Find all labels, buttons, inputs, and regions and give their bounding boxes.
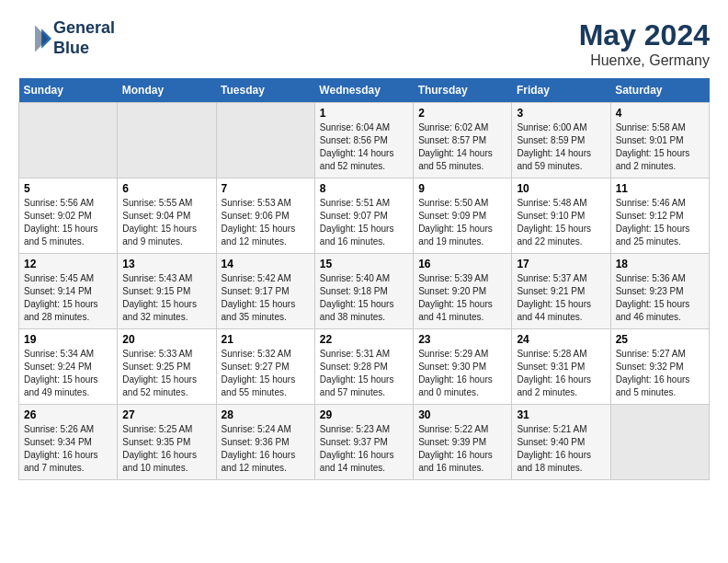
calendar-cell: 11Sunrise: 5:46 AMSunset: 9:12 PMDayligh… [610, 178, 709, 254]
day-number: 17 [517, 258, 605, 270]
weekday-header-saturday: Saturday [610, 78, 709, 103]
calendar-cell: 5Sunrise: 5:56 AMSunset: 9:02 PMDaylight… [19, 178, 118, 254]
calendar-cell: 29Sunrise: 5:23 AMSunset: 9:37 PMDayligh… [314, 405, 413, 480]
weekday-header-sunday: Sunday [19, 78, 118, 103]
calendar-cell: 8Sunrise: 5:51 AMSunset: 9:07 PMDaylight… [314, 178, 413, 254]
header: General Blue May 2024 Huenxe, Germany [18, 18, 710, 69]
weekday-header-tuesday: Tuesday [216, 78, 314, 103]
calendar-cell: 19Sunrise: 5:34 AMSunset: 9:24 PMDayligh… [19, 329, 118, 405]
day-info: Sunrise: 6:00 AMSunset: 8:59 PMDaylight:… [517, 121, 605, 173]
calendar-cell [19, 103, 118, 178]
location: Huenxe, Germany [579, 52, 710, 69]
weekday-header-friday: Friday [512, 78, 610, 103]
calendar-cell: 3Sunrise: 6:00 AMSunset: 8:59 PMDaylight… [512, 103, 610, 178]
day-number: 26 [24, 408, 112, 421]
day-info: Sunrise: 5:29 AMSunset: 9:30 PMDaylight:… [418, 348, 506, 399]
day-number: 20 [122, 333, 210, 346]
day-info: Sunrise: 6:04 AMSunset: 8:56 PMDaylight:… [320, 121, 408, 173]
day-number: 14 [222, 258, 310, 270]
logo-line2: Blue [53, 39, 115, 59]
day-info: Sunrise: 5:32 AMSunset: 9:27 PMDaylight:… [222, 348, 310, 399]
day-number: 25 [616, 333, 704, 346]
day-info: Sunrise: 5:53 AMSunset: 9:06 PMDaylight:… [222, 197, 310, 248]
day-info: Sunrise: 5:33 AMSunset: 9:25 PMDaylight:… [122, 348, 210, 399]
day-number: 9 [418, 182, 506, 195]
day-info: Sunrise: 5:24 AMSunset: 9:36 PMDaylight:… [222, 423, 310, 475]
day-number: 19 [24, 333, 112, 346]
day-info: Sunrise: 5:31 AMSunset: 9:28 PMDaylight:… [320, 348, 408, 399]
logo-icon [18, 22, 51, 55]
week-row-2: 5Sunrise: 5:56 AMSunset: 9:02 PMDaylight… [19, 178, 710, 254]
day-info: Sunrise: 5:48 AMSunset: 9:10 PMDaylight:… [517, 197, 605, 248]
day-info: Sunrise: 5:42 AMSunset: 9:17 PMDaylight:… [222, 272, 310, 324]
calendar-cell: 1Sunrise: 6:04 AMSunset: 8:56 PMDaylight… [314, 103, 413, 178]
calendar-cell: 15Sunrise: 5:40 AMSunset: 9:18 PMDayligh… [314, 254, 413, 329]
calendar-cell: 31Sunrise: 5:21 AMSunset: 9:40 PMDayligh… [512, 405, 610, 480]
day-number: 4 [616, 107, 704, 120]
day-number: 30 [418, 408, 506, 421]
day-info: Sunrise: 5:55 AMSunset: 9:04 PMDaylight:… [122, 197, 210, 248]
calendar-cell: 12Sunrise: 5:45 AMSunset: 9:14 PMDayligh… [19, 254, 118, 329]
calendar-cell: 20Sunrise: 5:33 AMSunset: 9:25 PMDayligh… [118, 329, 216, 405]
logo: General Blue [18, 18, 115, 58]
calendar-cell: 18Sunrise: 5:36 AMSunset: 9:23 PMDayligh… [610, 254, 709, 329]
calendar-cell: 17Sunrise: 5:37 AMSunset: 9:21 PMDayligh… [512, 254, 610, 329]
month-year: May 2024 [579, 18, 710, 52]
calendar-cell: 28Sunrise: 5:24 AMSunset: 9:36 PMDayligh… [216, 405, 314, 480]
day-info: Sunrise: 5:37 AMSunset: 9:21 PMDaylight:… [517, 272, 605, 324]
day-info: Sunrise: 5:23 AMSunset: 9:37 PMDaylight:… [320, 423, 408, 475]
day-info: Sunrise: 5:26 AMSunset: 9:34 PMDaylight:… [24, 423, 112, 475]
calendar-table: SundayMondayTuesdayWednesdayThursdayFrid… [18, 78, 710, 480]
day-info: Sunrise: 5:36 AMSunset: 9:23 PMDaylight:… [616, 272, 704, 324]
week-row-3: 12Sunrise: 5:45 AMSunset: 9:14 PMDayligh… [19, 254, 710, 329]
calendar-cell [610, 405, 709, 480]
day-number: 16 [418, 258, 506, 270]
day-number: 22 [320, 333, 408, 346]
day-info: Sunrise: 5:46 AMSunset: 9:12 PMDaylight:… [616, 197, 704, 248]
day-number: 11 [616, 182, 704, 195]
day-info: Sunrise: 5:21 AMSunset: 9:40 PMDaylight:… [517, 423, 605, 475]
calendar-cell: 27Sunrise: 5:25 AMSunset: 9:35 PMDayligh… [118, 405, 216, 480]
day-number: 13 [122, 258, 210, 270]
day-info: Sunrise: 5:27 AMSunset: 9:32 PMDaylight:… [616, 348, 704, 399]
day-info: Sunrise: 5:22 AMSunset: 9:39 PMDaylight:… [418, 423, 506, 475]
day-info: Sunrise: 5:28 AMSunset: 9:31 PMDaylight:… [517, 348, 605, 399]
week-row-1: 1Sunrise: 6:04 AMSunset: 8:56 PMDaylight… [19, 103, 710, 178]
day-info: Sunrise: 5:45 AMSunset: 9:14 PMDaylight:… [24, 272, 112, 324]
day-number: 23 [418, 333, 506, 346]
day-info: Sunrise: 5:25 AMSunset: 9:35 PMDaylight:… [122, 423, 210, 475]
calendar-cell [216, 103, 314, 178]
day-number: 28 [222, 408, 310, 421]
weekday-header-monday: Monday [118, 78, 216, 103]
day-number: 7 [222, 182, 310, 195]
day-number: 15 [320, 258, 408, 270]
day-number: 21 [222, 333, 310, 346]
day-number: 12 [24, 258, 112, 270]
day-number: 6 [122, 182, 210, 195]
weekday-header-thursday: Thursday [414, 78, 512, 103]
day-number: 27 [122, 408, 210, 421]
calendar-cell: 21Sunrise: 5:32 AMSunset: 9:27 PMDayligh… [216, 329, 314, 405]
calendar-cell: 30Sunrise: 5:22 AMSunset: 9:39 PMDayligh… [414, 405, 512, 480]
day-number: 18 [616, 258, 704, 270]
calendar-cell: 10Sunrise: 5:48 AMSunset: 9:10 PMDayligh… [512, 178, 610, 254]
calendar-cell: 22Sunrise: 5:31 AMSunset: 9:28 PMDayligh… [314, 329, 413, 405]
weekday-header-wednesday: Wednesday [314, 78, 413, 103]
day-number: 31 [517, 408, 605, 421]
calendar-cell: 16Sunrise: 5:39 AMSunset: 9:20 PMDayligh… [414, 254, 512, 329]
calendar-cell: 24Sunrise: 5:28 AMSunset: 9:31 PMDayligh… [512, 329, 610, 405]
calendar-cell: 25Sunrise: 5:27 AMSunset: 9:32 PMDayligh… [610, 329, 709, 405]
calendar-cell: 23Sunrise: 5:29 AMSunset: 9:30 PMDayligh… [414, 329, 512, 405]
day-number: 29 [320, 408, 408, 421]
title-block: May 2024 Huenxe, Germany [579, 18, 710, 69]
day-number: 2 [418, 107, 506, 120]
day-number: 10 [517, 182, 605, 195]
week-row-4: 19Sunrise: 5:34 AMSunset: 9:24 PMDayligh… [19, 329, 710, 405]
logo-line1: General [53, 18, 115, 39]
day-number: 8 [320, 182, 408, 195]
day-info: Sunrise: 5:58 AMSunset: 9:01 PMDaylight:… [616, 121, 704, 173]
calendar-cell: 13Sunrise: 5:43 AMSunset: 9:15 PMDayligh… [118, 254, 216, 329]
day-info: Sunrise: 5:43 AMSunset: 9:15 PMDaylight:… [122, 272, 210, 324]
weekday-header-row: SundayMondayTuesdayWednesdayThursdayFrid… [19, 78, 710, 103]
calendar-cell: 7Sunrise: 5:53 AMSunset: 9:06 PMDaylight… [216, 178, 314, 254]
